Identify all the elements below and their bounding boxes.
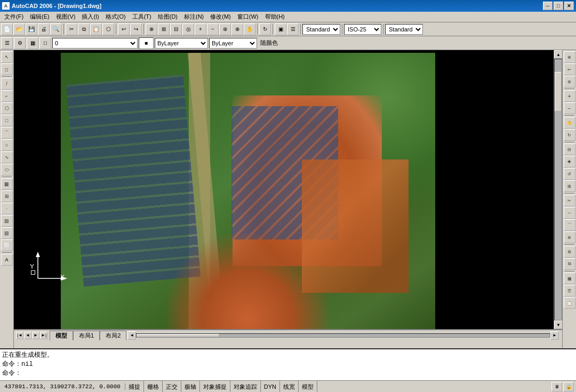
- status-lw[interactable]: 线宽: [280, 381, 299, 393]
- tool-zoom-in[interactable]: +: [195, 23, 206, 35]
- tool-arc[interactable]: ⌒: [1, 127, 13, 139]
- rtool-extend[interactable]: ↔: [564, 207, 575, 219]
- command-area[interactable]: 正在重生成模型。 命令：nil 命令：: [0, 348, 576, 380]
- rtool-3dorbit[interactable]: ↻: [564, 129, 575, 141]
- tool-copy[interactable]: ⧉: [78, 23, 90, 35]
- rtool-zoom-extent[interactable]: ⊛: [564, 76, 575, 87]
- status-model[interactable]: 模型: [299, 381, 317, 393]
- tab-first-btn[interactable]: |◄: [16, 332, 23, 339]
- tool-paste[interactable]: 📋: [90, 23, 102, 35]
- status-ortho[interactable]: 正交: [163, 381, 181, 393]
- tool-byobj[interactable]: ▣: [275, 23, 286, 35]
- rtool-zoom-in[interactable]: +: [564, 90, 575, 102]
- tool-zoom-center[interactable]: ◎: [182, 23, 194, 35]
- rtool-move[interactable]: ✚: [564, 156, 575, 167]
- linetype-select[interactable]: ByLayer: [155, 38, 208, 49]
- menu-format[interactable]: 格式(O): [102, 12, 129, 22]
- menu-tools[interactable]: 工具(T): [129, 12, 155, 22]
- color-swatch[interactable]: ■: [139, 37, 154, 49]
- tool-zoom-window[interactable]: ⊕: [146, 23, 157, 35]
- status-dyn[interactable]: DYN: [261, 381, 280, 393]
- status-snap[interactable]: 捕捉: [125, 381, 144, 393]
- tool-point[interactable]: ·: [1, 203, 13, 214]
- tab-model[interactable]: 模型: [50, 331, 73, 340]
- tool-open[interactable]: 📂: [13, 23, 25, 35]
- tool-polyline[interactable]: ⌐: [1, 90, 13, 102]
- vscroll-track[interactable]: [554, 59, 562, 321]
- status-lock-btn[interactable]: 🔒: [563, 382, 574, 391]
- status-comm-btn[interactable]: 🖥: [551, 382, 562, 391]
- hscroll-thumb[interactable]: [137, 334, 219, 337]
- tool-zoom-dynamic[interactable]: ⊞: [158, 23, 170, 35]
- tool-pan[interactable]: ✋: [244, 23, 255, 35]
- hscroll-track[interactable]: [136, 333, 550, 338]
- rtool-adcenter[interactable]: ▦: [564, 273, 575, 284]
- rtool-zoom-win[interactable]: ⊕: [564, 51, 575, 63]
- tab-prev-btn[interactable]: ◄: [24, 332, 31, 339]
- tool-region[interactable]: ⬜: [1, 239, 13, 251]
- tool-circle[interactable]: ○: [1, 139, 13, 151]
- menu-file[interactable]: 文件(F): [1, 12, 27, 22]
- tool-3dorbit[interactable]: ↻: [259, 23, 271, 35]
- tool-cut[interactable]: ✂: [66, 23, 77, 35]
- rtool-zoom-out[interactable]: −: [564, 102, 575, 114]
- menu-edit[interactable]: 编辑(E): [27, 12, 53, 22]
- tool-redo[interactable]: ↪: [130, 23, 142, 35]
- status-grid[interactable]: 栅格: [144, 381, 163, 393]
- layer-manager-btn[interactable]: ☰: [1, 37, 13, 49]
- tool-zoom-all[interactable]: ⊛: [219, 23, 231, 35]
- vscroll-thumb[interactable]: [555, 72, 562, 111]
- tool-rect[interactable]: □: [1, 115, 13, 126]
- tool-preview[interactable]: 🔍: [50, 23, 62, 35]
- tool-zoom-extent[interactable]: ⊕: [231, 23, 243, 35]
- textstyle-combo[interactable]: ISO-25: [344, 24, 381, 35]
- tab-last-btn[interactable]: ►|: [40, 332, 47, 339]
- status-otrack[interactable]: 对象追踪: [230, 381, 261, 393]
- menu-insert[interactable]: 插入(I): [78, 12, 102, 22]
- layer-color-btn[interactable]: □: [39, 37, 51, 49]
- tool-save[interactable]: 💾: [26, 23, 37, 35]
- menu-view[interactable]: 视图(V): [53, 12, 79, 22]
- tool-text[interactable]: A: [1, 254, 13, 266]
- tool-erase[interactable]: ◻: [1, 63, 13, 75]
- hscroll-right-btn[interactable]: ►: [550, 331, 559, 340]
- hscroll-left-btn[interactable]: ◄: [127, 331, 136, 340]
- status-polar[interactable]: 极轴: [181, 381, 200, 393]
- tool-block[interactable]: ▦: [1, 178, 13, 190]
- menu-modify[interactable]: 修改(M): [207, 12, 234, 22]
- rtool-trim[interactable]: ✂: [564, 195, 575, 206]
- tool-ellipse[interactable]: ⬭: [1, 164, 13, 175]
- style-combo[interactable]: Standard: [302, 24, 340, 35]
- vscroll-down-btn[interactable]: ▼: [554, 321, 562, 329]
- tool-hatch[interactable]: ▨: [1, 215, 13, 227]
- lineweight-select[interactable]: ByLayer: [209, 38, 257, 49]
- tool-print[interactable]: 🖨: [38, 23, 50, 35]
- tool-new[interactable]: 📄: [1, 23, 13, 35]
- rtool-properties[interactable]: ⚙: [564, 246, 575, 258]
- close-button[interactable]: ✕: [564, 2, 574, 10]
- tool-zoom-scale[interactable]: ⊟: [170, 23, 182, 35]
- tool-layer[interactable]: ☰: [287, 23, 299, 35]
- layer-state-btn[interactable]: ▦: [27, 37, 38, 49]
- maximize-button[interactable]: □: [554, 2, 563, 10]
- tool-select[interactable]: ↖: [1, 51, 13, 63]
- tool-spline[interactable]: ∿: [1, 151, 13, 163]
- tab-layout1[interactable]: 布局1: [73, 331, 100, 340]
- rtool-rotate[interactable]: ↺: [564, 168, 575, 180]
- rtool-explode[interactable]: ⊛: [564, 231, 575, 243]
- menu-draw[interactable]: 绘图(D): [155, 12, 181, 22]
- status-osnap[interactable]: 对象捕捉: [200, 381, 230, 393]
- tab-layout2[interactable]: 布局2: [100, 331, 126, 340]
- rtool-pan[interactable]: ✋: [564, 117, 575, 129]
- tool-gradient[interactable]: ▧: [1, 227, 13, 239]
- menu-help[interactable]: 帮助(H): [262, 12, 288, 22]
- rtool-zoom-prev[interactable]: ↩: [564, 63, 575, 75]
- tab-next-btn[interactable]: ►: [32, 332, 39, 339]
- tool-insert[interactable]: ⊞: [1, 190, 13, 202]
- tool-polygon[interactable]: ⬡: [1, 102, 13, 114]
- dimstyle-combo[interactable]: Standard: [385, 24, 423, 35]
- rtool-sheetset[interactable]: 📋: [564, 297, 575, 309]
- rtool-mirror[interactable]: ⊟: [564, 143, 575, 155]
- layer-select[interactable]: 0: [52, 38, 138, 49]
- menu-annotate[interactable]: 标注(N): [181, 12, 207, 22]
